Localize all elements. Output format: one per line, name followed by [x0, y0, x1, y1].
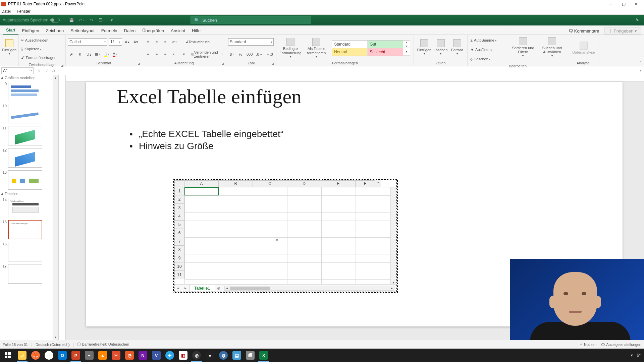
row-9[interactable]: 9 — [174, 254, 184, 262]
format-painter-button[interactable]: Format übertragen — [26, 56, 56, 60]
tab-ansicht[interactable]: Ansicht — [167, 26, 189, 35]
thumbs-scrollbar[interactable]: ▴▾ — [53, 75, 58, 340]
undo-button[interactable]: ↶ — [78, 16, 85, 24]
col-A[interactable]: A — [184, 180, 219, 187]
row-2[interactable]: 2 — [174, 195, 184, 204]
style-schlecht[interactable]: Schlecht — [368, 48, 403, 56]
thumb-9[interactable]: 9 — [0, 80, 58, 103]
thousands-button[interactable]: 000 — [246, 51, 254, 58]
cell-styles-gallery[interactable]: Standard Gut ▴▾ — [332, 40, 410, 48]
copy-button[interactable]: Kopieren — [24, 47, 41, 51]
enter-icon[interactable]: ✓ — [43, 68, 51, 73]
qat-more-button[interactable]: ▾ — [108, 16, 115, 24]
slide-thumbnails[interactable]: Grafiken modellier... 9 10 11 12 13 Tabe… — [0, 75, 58, 340]
tb-excel[interactable]: X — [257, 349, 270, 362]
close-button[interactable]: ✕ — [630, 0, 643, 8]
touch-mode-button[interactable]: ☰ — [98, 16, 105, 24]
align-top-button[interactable]: ≡ — [144, 38, 152, 46]
bold-button[interactable]: F — [68, 51, 75, 58]
cancel-icon[interactable]: ✕ — [35, 68, 43, 73]
menu-fenster[interactable]: Fenster — [17, 9, 31, 14]
thumb-14[interactable]: 14Tabellen einfügen — [0, 196, 58, 219]
thumb-16[interactable]: 16 — [0, 241, 58, 263]
autosum-button[interactable]: AutoSumme — [474, 38, 496, 42]
row-6[interactable]: 6 — [174, 229, 184, 237]
border-button[interactable]: ▦ — [94, 51, 101, 58]
sort-filter-button[interactable]: Sortieren und Filtern▾ — [510, 36, 536, 59]
italic-button[interactable]: K — [76, 51, 84, 58]
tab-hilfe[interactable]: Hilfe — [189, 26, 204, 35]
excel-vscroll-track[interactable]: ▾ — [390, 187, 396, 284]
system-tray[interactable]: ☀ 6° — [630, 353, 644, 358]
row-7[interactable]: 7 — [174, 237, 184, 246]
tb-chrome[interactable]: ◉ — [42, 349, 56, 362]
clear-button[interactable]: Löschen — [474, 57, 490, 61]
find-select-button[interactable]: Suchen und Auswählen▾ — [539, 36, 565, 59]
indent-increase-button[interactable]: ⇥ — [179, 51, 186, 58]
col-E[interactable]: E — [321, 180, 356, 187]
thumb-10[interactable]: 10 — [0, 103, 58, 125]
col-C[interactable]: C — [253, 180, 287, 187]
shrink-font-button[interactable]: A▾ — [132, 38, 140, 46]
slide-bullets[interactable]: „Echte EXCEL Tabelle eingebettet“ Hinwei… — [129, 129, 283, 153]
sheet-tab-1[interactable]: Tabelle1 — [189, 285, 215, 291]
tb-firefox[interactable]: 🦊 — [29, 349, 42, 362]
dialog-launcher-icon[interactable]: ◢ — [221, 62, 224, 65]
expand-fbar-button[interactable]: ▾ — [637, 69, 644, 72]
tab-daten[interactable]: Daten — [121, 26, 139, 35]
maximize-button[interactable]: ▢ — [617, 0, 630, 8]
tb-app-6[interactable]: ⬓ — [230, 349, 244, 362]
cut-button[interactable]: Ausschneiden — [25, 38, 48, 42]
section-tabellen[interactable]: Tabellen — [0, 191, 58, 196]
dialog-launcher-icon[interactable]: ◢ — [61, 64, 63, 67]
menu-datei[interactable]: Datei — [1, 9, 11, 14]
redo-button[interactable]: ↷ — [88, 16, 95, 24]
tb-powerpoint[interactable]: P — [69, 349, 83, 362]
row-5[interactable]: 5 — [174, 221, 184, 229]
row-10[interactable]: 10 — [174, 262, 184, 271]
paste-button[interactable]: Einfügen ▾ — [1, 36, 17, 59]
merge-button[interactable]: ⊞ Verbinden und zentrieren — [190, 51, 224, 58]
thumb-11[interactable]: 11 — [0, 125, 58, 147]
toggle-icon[interactable] — [50, 18, 60, 22]
grow-font-button[interactable]: A▴ — [123, 38, 131, 46]
tb-app-2[interactable]: ◔ — [123, 349, 136, 362]
align-bottom-button[interactable]: ≡ — [162, 38, 169, 46]
font-color-button[interactable]: A — [111, 51, 119, 58]
tb-telegram[interactable]: ✈ — [163, 349, 176, 362]
status-language[interactable]: Deutsch (Österreich) — [36, 343, 69, 347]
underline-button[interactable]: U — [85, 51, 93, 58]
col-D[interactable]: D — [287, 180, 321, 187]
sheet-nav-prev[interactable]: ◄ — [174, 286, 182, 290]
ink-button[interactable]: ✎ — [633, 16, 641, 24]
start-button[interactable] — [0, 349, 15, 362]
conditional-format-button[interactable]: Bedingte Formatierung▾ — [280, 37, 301, 60]
sheet-nav-next[interactable]: ► — [182, 286, 189, 290]
row-8[interactable]: 8 — [174, 246, 184, 254]
add-sheet-button[interactable]: ⊕ — [215, 286, 222, 291]
row-3[interactable]: 3 — [174, 204, 184, 212]
fill-color-button[interactable]: ⬚ — [103, 51, 110, 58]
orientation-button[interactable]: ⟳ — [170, 38, 178, 46]
tb-obs[interactable]: ◎ — [190, 349, 203, 362]
minimize-button[interactable]: — — [604, 0, 617, 8]
thumb-13[interactable]: 13 — [0, 169, 58, 191]
embedded-excel-object[interactable]: A B C D E F ▴ 1 2 3 — [173, 179, 398, 293]
excel-grid[interactable]: ✧ — [184, 187, 390, 284]
save-icon[interactable]: 💾 — [68, 16, 75, 24]
tab-einfuegen[interactable]: Einfügen — [18, 26, 42, 35]
tab-seitenlayout[interactable]: Seitenlayout — [67, 26, 98, 35]
tb-app-7[interactable]: 🗐 — [244, 349, 257, 362]
number-format-select[interactable]: Standard▾ — [228, 38, 274, 46]
autosave-toggle[interactable]: Automatisches Speichern — [3, 18, 60, 22]
align-right-button[interactable]: ≡ — [162, 51, 169, 58]
col-B[interactable]: B — [219, 180, 253, 187]
selected-cell-A1[interactable] — [184, 187, 219, 195]
excel-hscroll[interactable]: ◄► — [224, 286, 394, 291]
tb-visio[interactable]: V — [150, 349, 163, 362]
slide-title[interactable]: Excel Tabelle einfügen — [117, 85, 302, 108]
dialog-launcher-icon[interactable]: ◢ — [138, 62, 140, 65]
tb-app-3[interactable]: ◧ — [176, 349, 190, 362]
thumb-17[interactable]: 17 — [0, 263, 58, 285]
thumb-12[interactable]: 12 — [0, 147, 58, 169]
